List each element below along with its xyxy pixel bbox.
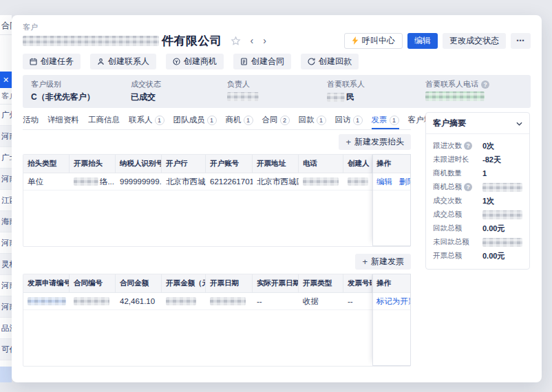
summary-value <box>482 238 522 247</box>
summary-header[interactable]: 客户摘要 <box>426 113 529 134</box>
close-panel-button[interactable]: ✕ <box>0 72 12 88</box>
plus-icon: + <box>346 138 351 146</box>
list-item[interactable]: 河南 <box>0 296 12 318</box>
list-item[interactable]: 江西 <box>0 190 12 211</box>
tab-payments[interactable]: 回款1 <box>299 112 326 129</box>
redacted-contract-no <box>74 297 109 305</box>
chevron-right-icon[interactable]: › <box>263 36 266 45</box>
tab-details[interactable]: 详细资料 <box>47 112 79 129</box>
tab-business-info[interactable]: 工商信息 <box>88 112 120 129</box>
tab-opportunities[interactable]: 商机1 <box>226 112 253 129</box>
summary-label: 开票总额 <box>433 251 482 261</box>
main-column: 活动 详细资料 工商信息 联系人1 团队成员1 商机1 合同2 回款1 回访1 … <box>23 112 411 367</box>
cell-title-type: 单位 <box>23 173 70 190</box>
summary-title: 客户摘要 <box>433 118 466 129</box>
list-item[interactable]: 灵格 <box>0 254 12 275</box>
call-center-button[interactable]: 呼叫中心 <box>344 33 403 49</box>
tab-count-badge: 1 <box>207 116 217 125</box>
background-customer-list: 客户 广州 河南 广北 河南 江西 海南 河南 灵格 河南 河南 品洲 可信 <box>0 87 12 360</box>
col-header: 发票号码 <box>343 274 372 293</box>
change-deal-status-button[interactable]: 更改成交状态 <box>443 33 506 49</box>
create-contact-button[interactable]: 创建联系人 <box>90 54 156 69</box>
table-row[interactable]: 42,461.10 -- 收据 -- 标记为开票 <box>23 293 410 310</box>
more-actions-button[interactable]: ⋯ <box>511 33 531 49</box>
redacted-creator <box>348 177 368 186</box>
create-payment-button[interactable]: 创建回款 <box>301 54 359 69</box>
owner-label: 负责人 <box>227 79 319 89</box>
cell-invoice-title: 络... <box>70 173 116 190</box>
col-header: 开票金额（元） <box>162 274 206 293</box>
add-invoice-title-button[interactable]: + 新建发票抬头 <box>339 134 411 150</box>
tab-contacts[interactable]: 联系人1 <box>129 112 164 129</box>
mark-as-invoiced-link[interactable]: 标记为开票 <box>376 296 410 307</box>
customer-level-label: 客户级别 <box>31 79 123 89</box>
col-header: 开票日期 <box>206 274 253 293</box>
coin-icon <box>173 58 180 65</box>
col-header: 合同编号 <box>70 274 116 293</box>
list-item[interactable]: 河南 <box>0 168 12 190</box>
tab-contracts[interactable]: 合同2 <box>262 112 290 129</box>
customer-detail-panel: 客户 件有限公司 ‹ › 呼叫中心 编辑 更改成交状态 ⋯ 创建任务 创建联系人 <box>12 15 542 382</box>
close-icon: ✕ <box>3 76 9 85</box>
list-item[interactable]: 广北 <box>0 147 12 168</box>
cell-tax-id: 999999999... <box>116 173 162 190</box>
cell-phone <box>299 173 343 190</box>
cell-invoice-type: 收据 <box>299 293 343 310</box>
help-icon[interactable]: ? <box>464 142 472 150</box>
edit-row-link[interactable]: 编辑 <box>376 177 392 187</box>
tab-count-badge: 1 <box>317 116 326 125</box>
cell-contract-amount: 42,461.10 <box>116 293 162 310</box>
redacted-invoice-amount <box>166 297 196 305</box>
add-invoice-button[interactable]: + 新建发票 <box>355 254 411 270</box>
invoice-title-actions: + 新建发票抬头 <box>23 134 411 150</box>
create-actions-row: 创建任务 创建联系人 创建商机 创建合同 创建回款 <box>23 54 531 69</box>
tab-team-members[interactable]: 团队成员1 <box>173 112 217 129</box>
list-item[interactable]: 可信 <box>0 339 12 360</box>
list-item[interactable]: 广州 <box>0 105 12 126</box>
create-contract-button[interactable]: 创建合同 <box>233 54 291 69</box>
list-item[interactable]: 品洲 <box>0 318 12 339</box>
help-icon[interactable]: ? <box>464 183 472 191</box>
calendar-icon <box>30 58 37 65</box>
list-item[interactable]: 海南 <box>0 211 12 232</box>
cell-creator <box>343 173 372 190</box>
col-header: 抬头类型 <box>23 155 70 173</box>
summary-label: 成交总额 <box>433 210 482 219</box>
help-icon[interactable]: ? <box>481 80 489 89</box>
col-header: 合同金额 <box>116 274 162 293</box>
entity-type-label: 客户 <box>23 22 531 32</box>
summary-label: 成交次数 <box>433 196 482 206</box>
star-favorite-icon[interactable] <box>231 36 241 46</box>
col-header: 开票地址 <box>253 155 299 173</box>
edit-button[interactable]: 编辑 <box>407 33 438 49</box>
page-title: 件有限公司 <box>162 33 222 49</box>
primary-phone-value <box>425 91 531 101</box>
tab-activity[interactable]: 活动 <box>23 112 39 129</box>
col-header: 纳税人识别号 <box>116 155 162 173</box>
screen: { "background": { "top_left_label": "合同"… <box>0 0 552 392</box>
table-row[interactable]: 单位 络... 999999999... 北京市西城区... 621226170… <box>23 173 410 190</box>
customer-level-value: C（非优先客户） <box>31 91 123 103</box>
tab-invoices-active[interactable]: 发票1 <box>372 112 399 129</box>
list-item[interactable]: 河南 <box>0 126 12 147</box>
redacted-company-name <box>23 36 159 46</box>
create-opportunity-button[interactable]: 创建商机 <box>166 54 224 69</box>
list-item[interactable]: 河南 <box>0 275 12 296</box>
tab-count-badge: 2 <box>280 116 290 125</box>
tab-count-badge: 1 <box>390 116 399 125</box>
deal-status-value: 已成交 <box>131 91 219 103</box>
chevron-left-icon[interactable]: ‹ <box>251 36 254 45</box>
delete-row-link[interactable]: 删除 <box>399 177 410 187</box>
summary-row: 开票总额 0.00元 <box>433 249 522 263</box>
list-item[interactable]: 河南 <box>0 232 12 254</box>
create-task-button[interactable]: 创建任务 <box>23 54 81 69</box>
summary-label: 商机总额? <box>433 182 482 192</box>
cell-actual-invoice-date: -- <box>253 293 299 310</box>
tab-follow-ups[interactable]: 回访1 <box>335 112 363 129</box>
cell-invoice-address: 北京市西城区... <box>253 173 299 190</box>
summary-row: 商机数量 1 <box>433 166 522 180</box>
summary-value <box>482 183 522 192</box>
summary-row: 跟进次数? 0次 <box>433 139 522 153</box>
cell-bank-account: 6212261701... <box>206 173 253 190</box>
tab-count-badge: 1 <box>155 116 164 125</box>
